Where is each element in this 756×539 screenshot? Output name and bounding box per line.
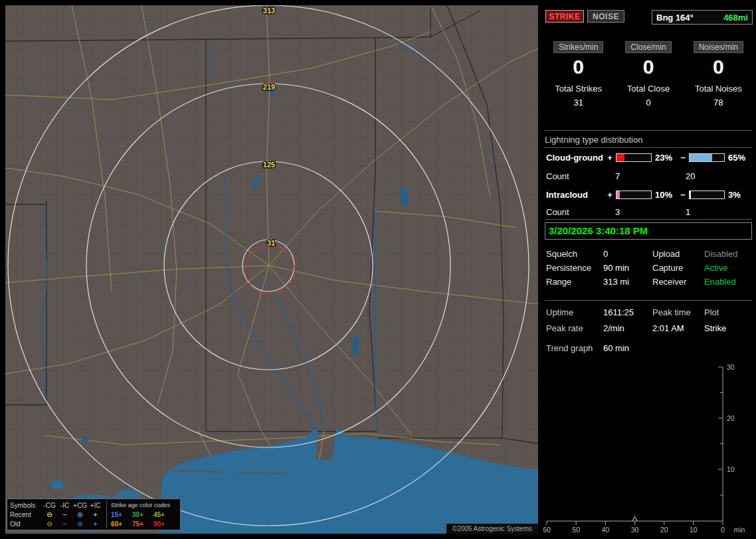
trend-graph-label: Trend graph xyxy=(546,343,603,353)
legend-col-pos-cg: +CG xyxy=(72,502,88,509)
capture-value: Active xyxy=(704,263,753,273)
total-strikes-value: 31 xyxy=(573,98,583,108)
strikes-per-min-column: Strikes/min 0 Total Strikes 31 xyxy=(543,41,613,108)
close-per-min-label: Close/min xyxy=(625,41,671,53)
noises-per-min-label: Noises/min xyxy=(694,41,743,53)
total-strikes-label: Total Strikes xyxy=(555,84,602,94)
legend-col-neg-ic: -IC xyxy=(57,502,72,509)
neg-ic-old-icon: − xyxy=(57,520,72,528)
cloud-ground-count-row: Count 7 20 xyxy=(546,171,725,181)
plot-label: Plot xyxy=(704,307,753,317)
upload-label: Upload xyxy=(652,249,704,259)
legend-symbols-grid: Symbols -CG -IC +CG +IC Recent ⊖ − ⊕ + O… xyxy=(10,501,103,528)
ring-label-313: 313 xyxy=(263,7,275,15)
trend-graph: 30 20 10 60 50 40 30 20 10 0 min xyxy=(543,356,753,534)
x-tick-10: 10 xyxy=(690,526,698,534)
y-tick-20: 20 xyxy=(727,414,735,422)
range-value: 313 mi xyxy=(603,277,652,287)
divider xyxy=(545,300,752,301)
squelch-label: Squelch xyxy=(546,249,603,259)
ic-positive-pct: 10% xyxy=(654,190,679,200)
copyright-notice: ©2005 Astrogenic Systems xyxy=(446,524,538,534)
ic-negative-bar xyxy=(689,191,725,199)
age-30: 30+ xyxy=(132,511,153,518)
legend-old-label: Old xyxy=(10,520,42,528)
persistence-value: 90 min xyxy=(603,263,652,273)
noises-per-min-column: Noises/min 0 Total Noises 78 xyxy=(684,41,753,108)
axes xyxy=(547,367,723,525)
strike-button[interactable]: STRIKE xyxy=(545,10,584,23)
plot-value: Strike xyxy=(704,323,753,333)
total-noises-label: Total Noises xyxy=(695,84,742,94)
legend-age-header: Strike age color codes xyxy=(111,502,177,508)
pos-cg-old-icon: ⊕ xyxy=(72,520,88,528)
x-axis-labels: 60 50 40 30 20 10 0 min xyxy=(543,526,745,534)
legend-symbols-header: Symbols xyxy=(10,502,42,509)
close-per-min-value: 0 xyxy=(643,57,654,77)
pos-ic-recent-icon: + xyxy=(88,510,103,518)
clock-readout: 3/20/2026 3:40:18 PM xyxy=(545,222,752,240)
pos-cg-recent-icon: ⊕ xyxy=(72,510,88,518)
noises-per-min-value: 0 xyxy=(713,57,724,77)
x-tick-40: 40 xyxy=(601,526,609,534)
cg-positive-count: 7 xyxy=(615,171,686,181)
upload-value: Disabled xyxy=(704,249,753,259)
noise-button[interactable]: NOISE xyxy=(587,10,624,23)
cg-negative-bar xyxy=(689,153,725,162)
receiver-value: Enabled xyxy=(704,277,753,287)
x-tick-0: 0 xyxy=(721,526,725,534)
total-close-value: 0 xyxy=(646,98,650,108)
intracloud-row: Intracloud + 10% − 3% xyxy=(546,190,753,200)
age-60: 60+ xyxy=(111,520,132,528)
legend-age-grid: Strike age color codes 15+ 30+ 45+ 60+ 7… xyxy=(106,501,177,528)
y-axis-labels: 30 20 10 xyxy=(727,363,735,473)
range-label: Range xyxy=(546,277,603,287)
y-tick-10: 10 xyxy=(727,465,735,473)
plus-sign: + xyxy=(606,190,614,200)
strikes-per-min-value: 0 xyxy=(573,57,584,77)
legend-col-pos-ic: +IC xyxy=(88,502,103,509)
peak-rate-value: 2/min xyxy=(603,323,652,333)
age-75: 75+ xyxy=(132,520,153,528)
neg-cg-old-icon: ⊖ xyxy=(42,520,57,528)
x-tick-20: 20 xyxy=(660,526,668,534)
peak-time-label: Peak time xyxy=(652,307,704,317)
age-45: 45+ xyxy=(153,511,177,518)
x-tick-60: 60 xyxy=(543,526,551,534)
count-label: Count xyxy=(546,207,615,217)
strikes-per-min-label: Strikes/min xyxy=(553,41,603,53)
cg-positive-bar xyxy=(616,153,652,162)
squelch-value: 0 xyxy=(603,249,652,259)
total-close-label: Total Close xyxy=(627,84,670,94)
app-window: 313 219 125 31 Symbols -CG -IC +CG +IC R… xyxy=(0,0,756,539)
settings-grid: Squelch 0 Upload Disabled Persistence 90… xyxy=(546,249,753,287)
total-noises-value: 78 xyxy=(713,98,723,108)
age-90: 90+ xyxy=(153,520,177,528)
legend-col-neg-cg: -CG xyxy=(42,502,57,509)
cg-positive-pct: 23% xyxy=(654,153,679,163)
map-legend: Symbols -CG -IC +CG +IC Recent ⊖ − ⊕ + O… xyxy=(7,499,181,530)
trend-graph-svg: 30 20 10 60 50 40 30 20 10 0 min xyxy=(543,356,753,534)
count-label: Count xyxy=(546,171,615,181)
cloud-ground-row: Cloud-ground + 23% − 65% xyxy=(546,153,753,163)
pos-ic-old-icon: + xyxy=(88,520,103,528)
ring-label-219: 219 xyxy=(263,83,275,91)
y-tick-30: 30 xyxy=(727,363,735,371)
lightning-map: 313 219 125 31 xyxy=(5,5,538,534)
ic-positive-bar xyxy=(616,191,652,199)
uptime-value: 1611:25 xyxy=(603,307,652,317)
status-grid: Uptime 1611:25 Peak time Plot Peak rate … xyxy=(546,307,753,333)
distribution-title: Lightning type distribution xyxy=(545,135,752,148)
cg-negative-pct: 65% xyxy=(727,153,752,163)
bearing-readout: Bng 164° 468mi xyxy=(652,10,753,25)
x-unit-label: min xyxy=(734,526,745,534)
ic-negative-count: 1 xyxy=(686,207,725,217)
ring-label-125: 125 xyxy=(263,161,275,169)
cg-negative-count: 20 xyxy=(686,171,725,181)
minus-sign: − xyxy=(679,190,687,200)
divider xyxy=(545,219,752,220)
x-tick-50: 50 xyxy=(572,526,580,534)
neg-ic-recent-icon: − xyxy=(57,510,72,518)
bearing-label: Bng 164° xyxy=(656,13,694,23)
peak-rate-label: Peak rate xyxy=(546,323,603,333)
